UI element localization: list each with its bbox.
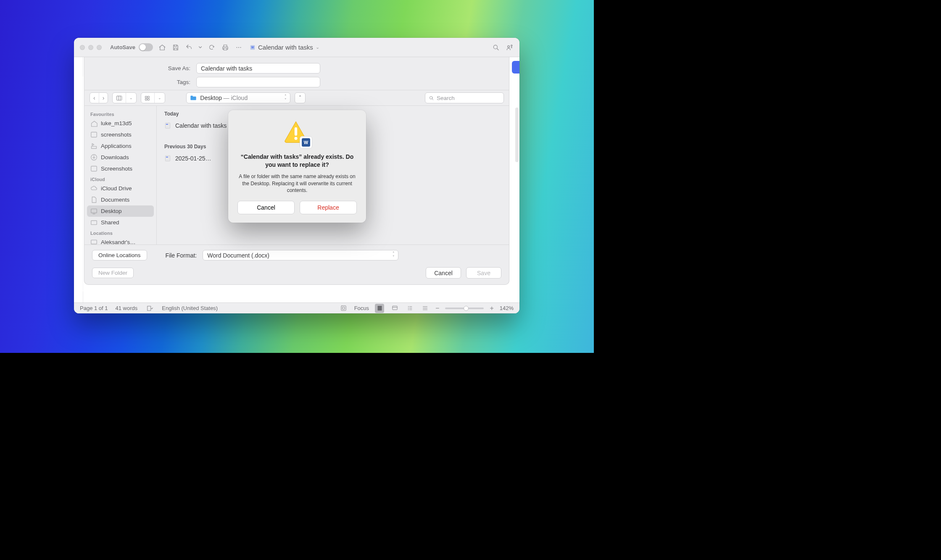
window-controls[interactable] [80, 45, 102, 50]
tags-input[interactable] [196, 77, 320, 87]
svg-rect-11 [148, 96, 150, 98]
group-chevron-icon[interactable]: ⌄ [154, 93, 165, 103]
redo-icon[interactable] [208, 43, 216, 52]
folder-icon [190, 95, 197, 101]
collapse-button[interactable]: ˄ [295, 92, 306, 103]
undo-icon[interactable] [185, 43, 193, 52]
alert-replace-button[interactable]: Replace [300, 201, 357, 214]
svg-point-2 [240, 47, 241, 47]
autosave-toggle[interactable]: AutoSave [110, 43, 153, 51]
zoom-in-button[interactable]: + [490, 305, 493, 312]
zoom-slider[interactable] [445, 308, 484, 309]
sidebar-item-icon [90, 165, 98, 172]
save-dialog-toolbar: ‹ › ⌄ ⌄ Desktop — iCloud [84, 90, 509, 106]
outline-view-icon[interactable] [405, 304, 414, 313]
print-layout-view-icon[interactable] [375, 304, 384, 313]
file-format-value: Word Document (.docx) [207, 252, 269, 259]
alert-body: A file or folder with the same name alre… [237, 173, 357, 194]
nav-back-forward[interactable]: ‹ › [90, 92, 108, 103]
document-title[interactable]: W Calendar with tasks ⌄ [250, 44, 319, 51]
sidebar-item-label: screenshots [101, 131, 132, 138]
sidebar-item[interactable]: Applications [87, 140, 154, 152]
sidebar-item-label: iCloud Drive [101, 185, 132, 192]
undo-chevron-icon[interactable] [198, 43, 203, 52]
view-mode[interactable]: ⌄ [112, 92, 137, 103]
sidebar-item-label: Desktop [101, 208, 122, 214]
focus-mode-icon[interactable] [339, 304, 348, 313]
alert-cancel-button[interactable]: Cancel [237, 201, 295, 214]
back-button[interactable]: ‹ [90, 93, 99, 103]
page-indicator[interactable]: Page 1 of 1 [80, 305, 108, 311]
svg-rect-26 [341, 306, 346, 310]
search-input[interactable]: Search [425, 92, 504, 103]
svg-point-31 [294, 137, 297, 140]
minimize-icon[interactable] [88, 45, 93, 50]
sidebar-section-header: iCloud [87, 174, 154, 183]
sidebar-item-icon [90, 208, 98, 215]
sidebar-item[interactable]: Screenshots [87, 163, 154, 174]
sidebar-item[interactable]: screenshots [87, 129, 154, 140]
group-icon[interactable] [141, 93, 154, 103]
sidebar-item[interactable]: Shared [87, 217, 154, 228]
spellcheck-icon[interactable] [145, 304, 154, 313]
chevron-updown-icon: ˄˅ [393, 252, 395, 259]
sidebar-item-label: Applications [101, 143, 132, 149]
view-chevron-icon[interactable]: ⌄ [126, 93, 136, 103]
sidebar-item[interactable]: luke_m13d5 [87, 118, 154, 129]
language-indicator[interactable]: English (United States) [162, 305, 218, 311]
sidebar-item[interactable]: Desktop [87, 205, 154, 217]
online-locations-button[interactable]: Online Locations [92, 250, 147, 260]
draft-view-icon[interactable] [420, 304, 430, 313]
sidebar-item[interactable]: Downloads [87, 152, 154, 163]
svg-rect-16 [91, 166, 97, 171]
sidebar-item[interactable]: Documents [87, 194, 154, 205]
sheet-save-button[interactable]: Save [466, 267, 501, 279]
sidebar-item[interactable]: iCloud Drive [87, 183, 154, 194]
sidebar-section-header: Favourites [87, 109, 154, 118]
group-mode[interactable]: ⌄ [141, 92, 165, 103]
web-layout-view-icon[interactable] [390, 304, 399, 313]
location-popup[interactable]: Desktop — iCloud ˄˅ [186, 92, 290, 103]
sidebar-item-label: Screenshots [101, 166, 132, 172]
filelist-row-label: Calendar with tasks [175, 122, 227, 129]
zoom-value[interactable]: 142% [500, 305, 514, 311]
share-icon[interactable] [505, 43, 514, 52]
print-icon[interactable] [221, 43, 229, 52]
forward-button[interactable]: › [99, 93, 108, 103]
svg-rect-22 [165, 123, 170, 129]
location-text: Desktop — iCloud [200, 95, 248, 101]
slider-knob[interactable] [464, 306, 469, 311]
sidebar-item-icon [90, 196, 98, 203]
columns-view-icon[interactable] [113, 93, 126, 103]
switch-icon[interactable] [139, 43, 153, 51]
close-icon[interactable] [80, 45, 85, 50]
alert-icon [284, 120, 311, 147]
sheet-cancel-button[interactable]: Cancel [426, 267, 461, 279]
home-icon[interactable] [158, 43, 166, 52]
replace-alert: “Calendar with tasks” already exists. Do… [228, 110, 366, 223]
sidebar-item[interactable]: Aleksandr's… [87, 237, 154, 245]
ribbon-collapsed-button[interactable] [512, 61, 519, 74]
file-format-label: File Format: [166, 252, 197, 259]
more-icon[interactable] [235, 43, 243, 52]
new-folder-button[interactable]: New Folder [92, 268, 134, 278]
sidebar-item-icon [90, 154, 98, 161]
alert-title: “Calendar with tasks” already exists. Do… [237, 153, 357, 169]
sidebar-item-label: Documents [101, 197, 129, 203]
zoom-out-button[interactable]: − [435, 305, 439, 312]
word-count[interactable]: 41 words [116, 305, 138, 311]
sidebar-item-label: Shared [101, 219, 119, 226]
svg-rect-19 [91, 240, 97, 244]
save-sidebar: Favouritesluke_m13d5screenshotsApplicati… [84, 106, 157, 245]
status-bar: Page 1 of 1 41 words English (United Sta… [74, 302, 519, 313]
file-format-select[interactable]: Word Document (.docx) ˄˅ [203, 250, 398, 260]
sidebar-item-icon [90, 219, 98, 226]
save-as-input[interactable] [196, 63, 320, 74]
word-app-icon [300, 136, 312, 149]
focus-label[interactable]: Focus [354, 305, 369, 311]
save-icon[interactable] [171, 43, 180, 52]
zoom-icon[interactable] [97, 45, 102, 50]
svg-rect-10 [145, 98, 147, 100]
search-icon[interactable] [492, 43, 500, 52]
svg-rect-14 [91, 132, 97, 137]
